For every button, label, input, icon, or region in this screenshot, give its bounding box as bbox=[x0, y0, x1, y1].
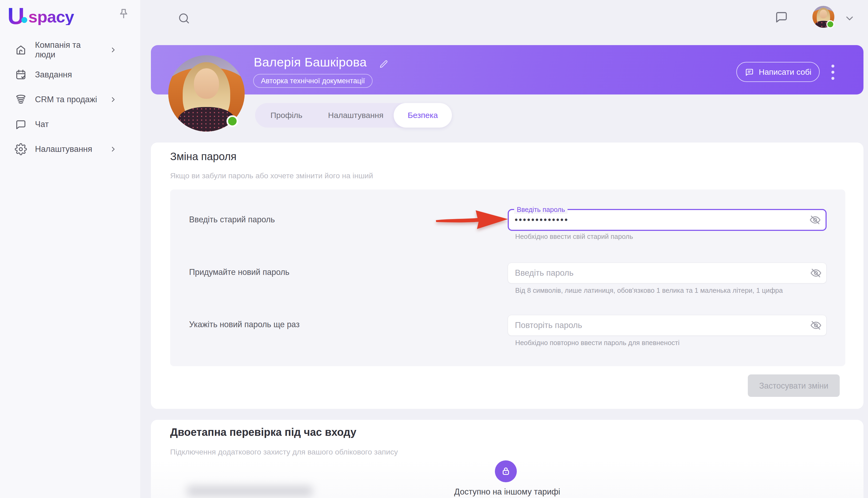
repeat-password-label: Укажіть новий пароль ще раз bbox=[189, 320, 300, 329]
new-password-label: Придумайте новий пароль bbox=[189, 267, 290, 277]
red-annotation-arrow bbox=[435, 207, 511, 232]
logo-wordmark: spacy bbox=[28, 9, 74, 25]
tab-profile[interactable]: Профіль bbox=[255, 103, 318, 128]
edit-name-pencil-icon[interactable] bbox=[379, 59, 388, 69]
repeat-password-helper: Необхідно повторно ввести пароль для впе… bbox=[515, 339, 679, 347]
twofa-title: Двоетапна перевірка під час входу bbox=[170, 426, 356, 438]
profile-banner: Валерія Башкірова Авторка технічної доку… bbox=[151, 45, 864, 94]
logo-u-glyph: U bbox=[8, 4, 25, 28]
write-to-self-label: Написати собі bbox=[759, 67, 812, 77]
sidebar-item-label: Чат bbox=[35, 120, 49, 129]
pin-sidebar-icon[interactable] bbox=[117, 8, 130, 21]
tab-security[interactable]: Безпека bbox=[394, 103, 452, 128]
sidebar-item-company-people[interactable]: Компанія та люди bbox=[0, 37, 140, 62]
apply-changes-button[interactable]: Застосувати зміни bbox=[748, 375, 840, 397]
sidebar-item-settings[interactable]: Налаштування bbox=[0, 137, 140, 161]
eye-off-icon[interactable] bbox=[809, 214, 821, 226]
logo-dot bbox=[21, 17, 27, 23]
sidebar-menu: Компанія та люди Завдання bbox=[0, 37, 140, 161]
sidebar-item-tasks[interactable]: Завдання bbox=[0, 62, 140, 87]
chat-lines-icon bbox=[744, 67, 754, 77]
old-password-label: Введіть старий пароль bbox=[189, 215, 275, 224]
sidebar-item-label: Компанія та люди bbox=[35, 40, 101, 60]
twofa-card: Двоетапна перевірка під час входу Підклю… bbox=[151, 420, 864, 498]
new-password-input[interactable] bbox=[508, 263, 826, 283]
password-section-title: Зміна пароля bbox=[170, 150, 237, 162]
uspacy-profile-security-page: U spacy Компанія та люди bbox=[0, 0, 868, 498]
messages-icon[interactable] bbox=[774, 10, 789, 24]
eye-off-icon[interactable] bbox=[810, 267, 822, 279]
home-icon bbox=[15, 44, 27, 56]
sidebar-item-label: Налаштування bbox=[35, 144, 92, 154]
role-badge: Авторка технічної документації bbox=[253, 74, 373, 88]
password-change-card: Зміна пароля Якщо ви забули пароль або х… bbox=[151, 143, 864, 409]
tariff-availability-note: Доступно на іншому тарифі bbox=[151, 487, 864, 497]
search-icon[interactable] bbox=[177, 12, 191, 25]
new-password-field bbox=[508, 263, 827, 284]
password-section-subtitle: Якщо ви забули пароль або хочете змінити… bbox=[170, 171, 373, 180]
crm-funnel-icon bbox=[15, 93, 27, 106]
repeat-password-field bbox=[508, 315, 827, 336]
old-password-input[interactable] bbox=[509, 210, 826, 230]
online-status-dot bbox=[826, 20, 834, 28]
chevron-right-icon bbox=[109, 145, 117, 153]
new-password-helper: Від 8 символів, лише латиниця, обов'язко… bbox=[515, 287, 783, 294]
chevron-right-icon bbox=[109, 46, 117, 54]
twofa-subtitle: Підключення додаткового захисту для вашо… bbox=[170, 448, 398, 456]
sidebar-item-crm[interactable]: CRM та продажі bbox=[0, 87, 140, 112]
profile-name: Валерія Башкірова bbox=[254, 55, 367, 69]
sidebar-item-label: CRM та продажі bbox=[35, 95, 97, 104]
old-password-field: Введіть пароль bbox=[508, 209, 827, 231]
tab-settings[interactable]: Налаштування bbox=[318, 103, 394, 128]
chevron-right-icon bbox=[109, 96, 117, 103]
gear-icon bbox=[15, 143, 27, 155]
chat-bubble-icon bbox=[15, 118, 27, 131]
lock-icon bbox=[500, 466, 511, 477]
sidebar-item-chat[interactable]: Чат bbox=[0, 112, 140, 137]
write-to-self-button[interactable]: Написати собі bbox=[736, 62, 820, 82]
tasks-calendar-icon bbox=[15, 69, 27, 81]
profile-tabs: Профіль Налаштування Безпека bbox=[255, 103, 452, 128]
repeat-password-input[interactable] bbox=[508, 315, 826, 336]
kebab-menu-icon[interactable] bbox=[829, 63, 836, 81]
online-status-dot-large bbox=[227, 115, 238, 127]
sidebar: U spacy Компанія та люди bbox=[0, 0, 140, 498]
lock-badge bbox=[495, 460, 517, 482]
eye-off-icon[interactable] bbox=[810, 319, 822, 331]
old-password-helper: Необхідно ввести свій старий пароль bbox=[515, 233, 633, 240]
chevron-down-icon[interactable] bbox=[844, 13, 855, 24]
sidebar-item-label: Завдання bbox=[35, 70, 72, 80]
